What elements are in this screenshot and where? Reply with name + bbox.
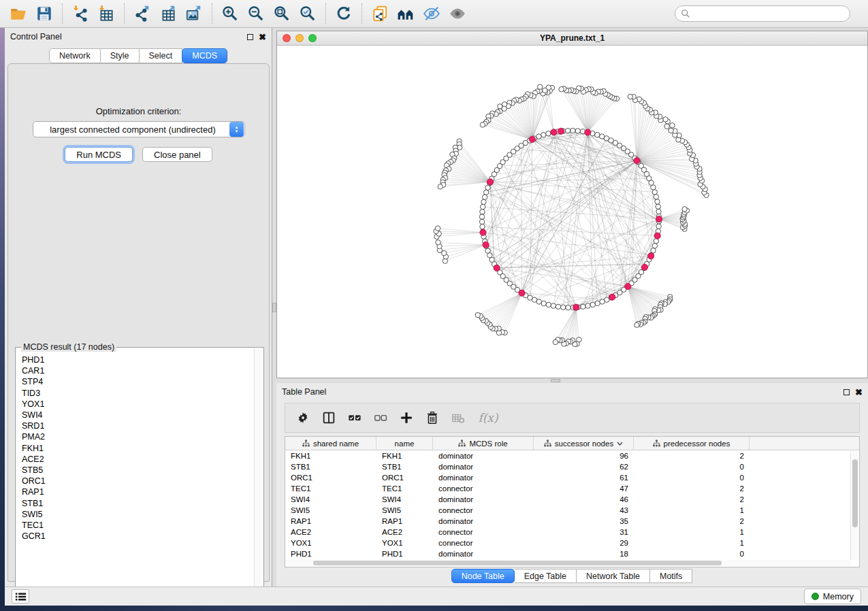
memory-button[interactable]: Memory (804, 589, 861, 604)
table-cell[interactable]: 29 (534, 539, 634, 547)
table-cell[interactable]: ACE2 (285, 528, 376, 536)
table-cell[interactable]: 35 (534, 517, 634, 525)
table-cell[interactable]: 2 (634, 495, 750, 503)
tab-edge-table[interactable]: Edge Table (515, 569, 577, 583)
mcds-result-item[interactable]: FKH1 (16, 443, 253, 454)
table-vertical-scrollbar[interactable] (850, 451, 858, 560)
table-row[interactable]: STB1STB1dominator620 (285, 461, 859, 472)
table-cell[interactable]: 47 (534, 484, 634, 493)
table-row[interactable]: PHD1PHD1dominator180 (285, 548, 859, 559)
table-row[interactable]: TEC1TEC1connector472 (285, 483, 859, 494)
table-cell[interactable]: YOX1 (285, 539, 376, 547)
table-cell[interactable]: FKH1 (376, 452, 433, 460)
table-cell[interactable]: SWI5 (376, 506, 433, 514)
column-header-name[interactable]: name (376, 437, 433, 450)
zoom-fit-button[interactable] (269, 2, 295, 25)
table-horizontal-scrollbar[interactable] (286, 560, 851, 566)
table-cell[interactable]: 43 (534, 506, 634, 514)
table-cell[interactable]: 18 (534, 550, 634, 558)
task-history-button[interactable] (12, 589, 29, 604)
table-cell[interactable]: dominator (433, 463, 534, 471)
select-all-button[interactable] (344, 407, 366, 429)
tab-network[interactable]: Network (49, 48, 101, 63)
clone-network-button[interactable] (367, 2, 393, 25)
mcds-result-scrollbar[interactable] (254, 348, 263, 595)
function-builder-button[interactable]: f(x) (473, 407, 503, 429)
table-cell[interactable]: dominator (433, 517, 534, 525)
export-table-button[interactable] (155, 2, 181, 25)
table-cell[interactable]: dominator (433, 495, 534, 503)
horizontal-splitter-grip[interactable] (551, 379, 560, 382)
table-cell[interactable]: dominator (433, 452, 534, 460)
table-cell[interactable]: connector (433, 539, 534, 547)
search-input[interactable] (675, 5, 850, 22)
table-row[interactable]: ORC1ORC1dominator610 (285, 472, 859, 483)
table-cell[interactable]: SWI5 (285, 506, 376, 514)
tab-select[interactable]: Select (140, 48, 183, 63)
table-cell[interactable]: 0 (634, 474, 750, 482)
table-cell[interactable]: RAP1 (376, 517, 433, 525)
table-row[interactable]: YOX1YOX1connector291 (285, 538, 859, 548)
unselect-all-button[interactable] (370, 407, 391, 429)
mcds-result-item[interactable]: TEC1 (16, 520, 253, 531)
tab-node-table[interactable]: Node Table (451, 569, 515, 583)
open-file-button[interactable] (5, 2, 31, 25)
table-cell[interactable]: FKH1 (285, 452, 376, 460)
float-table-panel-icon[interactable] (843, 389, 850, 395)
mcds-result-item[interactable]: CAR1 (16, 365, 253, 376)
table-row[interactable]: FKH1FKH1dominator962 (285, 450, 859, 461)
refresh-button[interactable] (331, 2, 357, 25)
table-cell[interactable]: STB1 (376, 463, 433, 471)
table-cell[interactable]: YOX1 (376, 539, 433, 547)
show-columns-button[interactable] (318, 407, 340, 429)
column-header-mcds-role[interactable]: MCDS role (433, 437, 534, 450)
tab-mcds[interactable]: MCDS (182, 48, 227, 63)
close-panel-button[interactable]: Close panel (142, 147, 212, 162)
column-header-predecessor-nodes[interactable]: predecessor nodes (634, 437, 750, 450)
zoom-out-button[interactable] (243, 2, 269, 25)
mcds-result-item[interactable]: PHD1 (16, 354, 253, 365)
float-panel-icon[interactable] (247, 34, 253, 40)
mcds-result-item[interactable]: STB1 (16, 497, 253, 508)
network-window-titlebar[interactable]: YPA_prune.txt_1 (277, 31, 867, 46)
zoom-selected-button[interactable] (295, 2, 321, 25)
mcds-result-item[interactable]: STB5 (16, 465, 253, 476)
table-cell[interactable]: PHD1 (285, 550, 376, 558)
optimization-criterion-dropdown[interactable]: largest connected component (undirected)… (33, 121, 245, 137)
mcds-result-item[interactable]: STP4 (16, 376, 253, 387)
table-cell[interactable]: 1 (634, 539, 750, 547)
table-cell[interactable]: 0 (634, 463, 750, 471)
close-panel-icon[interactable]: ✖ (259, 34, 266, 40)
table-cell[interactable]: TEC1 (376, 484, 433, 493)
close-table-panel-icon[interactable]: ✖ (855, 389, 863, 395)
table-cell[interactable]: 2 (634, 452, 750, 460)
mcds-result-item[interactable]: YOX1 (16, 399, 253, 410)
import-network-button[interactable] (67, 2, 93, 25)
add-column-button[interactable] (396, 407, 417, 429)
run-mcds-button[interactable]: Run MCDS (65, 147, 133, 162)
mcds-result-item[interactable]: TID3 (16, 388, 253, 399)
table-cell[interactable]: PHD1 (376, 550, 433, 558)
table-hscroll-thumb[interactable] (313, 561, 722, 565)
table-cell[interactable]: 1 (634, 528, 750, 536)
table-cell[interactable]: STB1 (285, 463, 376, 471)
first-neighbors-button[interactable] (393, 2, 419, 25)
table-cell[interactable]: 61 (534, 474, 634, 482)
mcds-result-item[interactable]: SWI5 (16, 509, 253, 520)
table-cell[interactable]: ACE2 (376, 528, 433, 536)
table-cell[interactable]: RAP1 (285, 517, 376, 525)
mcds-result-item[interactable]: SRD1 (16, 420, 253, 431)
table-vscroll-thumb[interactable] (852, 459, 858, 527)
table-cell[interactable]: 31 (534, 528, 634, 536)
export-network-button[interactable] (129, 2, 155, 25)
tab-network-table[interactable]: Network Table (577, 569, 650, 583)
delete-table-button[interactable] (447, 407, 469, 429)
table-cell[interactable]: 0 (634, 550, 750, 558)
table-cell[interactable]: ORC1 (285, 474, 376, 482)
column-header-shared-name[interactable]: shared name (285, 437, 376, 450)
table-cell[interactable]: 2 (634, 484, 750, 493)
table-cell[interactable]: SWI4 (285, 495, 376, 503)
table-row[interactable]: SWI5SWI5connector431 (285, 505, 859, 516)
table-cell[interactable]: SWI4 (376, 495, 433, 503)
mcds-result-item[interactable]: GCR1 (16, 531, 253, 542)
